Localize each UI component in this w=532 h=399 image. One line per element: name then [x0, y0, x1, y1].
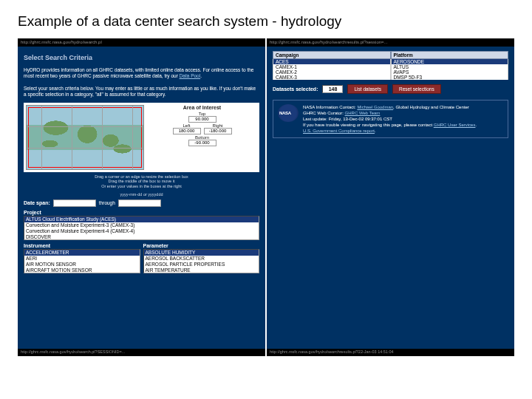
compliance-link[interactable]: U.S. Government Compliance report [303, 129, 375, 133]
table-row[interactable]: CAMEX-1ALTUS [273, 64, 508, 69]
through-label: through [99, 200, 115, 205]
url-bar-right-bottom: http://ghrc.msfc.nasa.gov/hydro/searchre… [267, 349, 514, 356]
list-item[interactable]: AERI [24, 256, 140, 262]
select-criteria-heading: Select Search Criteria [24, 54, 259, 61]
list-item[interactable]: AIRCRAFT MOTION SENSOR [24, 267, 140, 273]
list-item[interactable]: DISCOVER [24, 234, 259, 240]
list-item[interactable]: AEROSOL PARTICLE PROPERTIES [144, 262, 259, 267]
meta-line: GHRC Web Curator: [303, 111, 345, 115]
intro-body: HyDRO provides information on all GHRC d… [24, 67, 253, 78]
right-input[interactable] [204, 128, 232, 134]
cell: CAMEX-1 [273, 64, 391, 69]
cell: DMSP 5D-F3 [391, 75, 509, 80]
map-help-1: Drag a corner or an edge to resize the s… [24, 174, 259, 180]
map-help: Drag a corner or an edge to resize the s… [24, 174, 259, 189]
project-list[interactable]: ALTUS Cloud Electrification Study (ACES)… [24, 216, 259, 240]
slide-title: Example of a data center search system -… [18, 13, 514, 30]
footer-meta: NASA Information Contact: Michael Goodma… [273, 100, 508, 138]
cell: AVAPS [391, 69, 509, 75]
right-panel: http://ghrc.msfc.nasa.gov/hydro/searchre… [267, 38, 514, 356]
date-format-hint: yyyy-mm-dd or yyyyddd [120, 192, 163, 197]
datasets-selected-label: Datasets selected: [273, 86, 318, 92]
table-row[interactable]: CAMEX-2AVAPS [273, 69, 508, 75]
date-span-row: Date span: through [24, 200, 259, 207]
world-map[interactable] [26, 105, 144, 170]
url-bar-left-bottom: http://ghrc.msfc.nasa.gov/hydro/search.p… [18, 349, 265, 356]
criteria-help-text: Select your search criteria below. You m… [24, 86, 259, 98]
user-services-link[interactable]: GHRC User Services [434, 123, 476, 127]
bottom-input[interactable] [188, 140, 216, 146]
cell: CAMEX-2 [273, 69, 391, 75]
parameter-list[interactable]: ABSOLUTE HUMIDITY AEROSOL BACKSCATTER AE… [143, 249, 260, 273]
contact-link[interactable]: Michael Goodman [357, 105, 393, 109]
table-row[interactable]: CAMEX-3DMSP 5D-F3 [273, 75, 508, 80]
reset-selections-button[interactable]: Reset selections [392, 84, 441, 94]
left-input[interactable] [173, 128, 201, 134]
campaign-col-header: Campaign [273, 51, 391, 59]
date-span-label: Date span: [24, 200, 50, 205]
map-help-2: Drag the middle of the box to move it [24, 179, 259, 184]
campaign-platform-table: Campaign Platform ACESAEROSONDE CAMEX-1A… [273, 51, 508, 80]
nasa-logo-icon [278, 104, 299, 122]
url-bar-left-top: http://ghrc.msfc.nasa.gov/hydro/search.p… [18, 38, 265, 47]
cell: ALTUS [391, 64, 509, 69]
left-panel: http://ghrc.msfc.nasa.gov/hydro/search.p… [18, 38, 265, 356]
cell: AEROSONDE [391, 59, 509, 64]
map-help-3: Or enter your values in the boxes at the… [24, 184, 259, 189]
last-update: Last update: Friday, 13-Dec-02 09:37:01 … [303, 116, 477, 122]
list-item[interactable]: Convection and Moisture Experiment-4 (CA… [24, 228, 259, 234]
date-to-input[interactable] [118, 200, 161, 207]
list-item[interactable]: ALTUS Cloud Electrification Study (ACES) [24, 216, 259, 222]
list-item[interactable]: AEROSOL BACKSCATTER [144, 256, 259, 262]
map-area: Area of Interest Top Left Right Bottom [24, 103, 259, 172]
list-item[interactable]: Convection and Moisture Experiment-3 (CA… [24, 222, 259, 228]
map-selection-box[interactable] [28, 107, 142, 168]
data-pool-link[interactable]: Data Pool [180, 73, 201, 78]
date-from-input[interactable] [53, 200, 96, 207]
parameter-header: Parameter [143, 243, 260, 248]
meta-line: , Global Hydrology and Climate Center [393, 105, 469, 109]
meta-line: NASA Information Contact: [303, 105, 357, 109]
list-item[interactable]: ABSOLUTE HUMIDITY [144, 250, 259, 256]
list-item[interactable]: AIR TEMPERATURE [144, 267, 259, 273]
list-item[interactable]: ACCELEROMETER [24, 250, 140, 256]
list-item[interactable]: AIR MOTION SENSOR [24, 262, 140, 267]
cell: ACES [273, 59, 391, 64]
meta-text: NASA Information Contact: Michael Goodma… [303, 104, 477, 134]
url-bar-right-top: http://ghrc.msfc.nasa.gov/hydro/searchre… [267, 38, 514, 47]
aoi-inputs: Area of Interest Top Left Right Bottom [147, 105, 257, 170]
intro-text: HyDRO provides information on all GHRC d… [24, 67, 259, 80]
table-row[interactable]: ACESAEROSONDE [273, 59, 508, 64]
list-datasets-button[interactable]: List datasets [347, 84, 388, 94]
datasets-count: 148 [322, 85, 343, 93]
aoi-title: Area of Interest [147, 105, 257, 110]
meta-line: If you have trouble viewing or navigatin… [303, 123, 434, 127]
instrument-list[interactable]: ACCELEROMETER AERI AIR MOTION SENSOR AIR… [24, 249, 140, 273]
instrument-header: Instrument [24, 243, 140, 248]
datasets-selected-row: Datasets selected: 148 List datasets Res… [273, 84, 508, 94]
platform-col-header: Platform [391, 51, 509, 59]
top-input[interactable] [188, 116, 216, 123]
cell: CAMEX-3 [273, 75, 391, 80]
curator-link[interactable]: GHRC Web Team [345, 111, 381, 115]
project-header: Project [24, 210, 259, 215]
